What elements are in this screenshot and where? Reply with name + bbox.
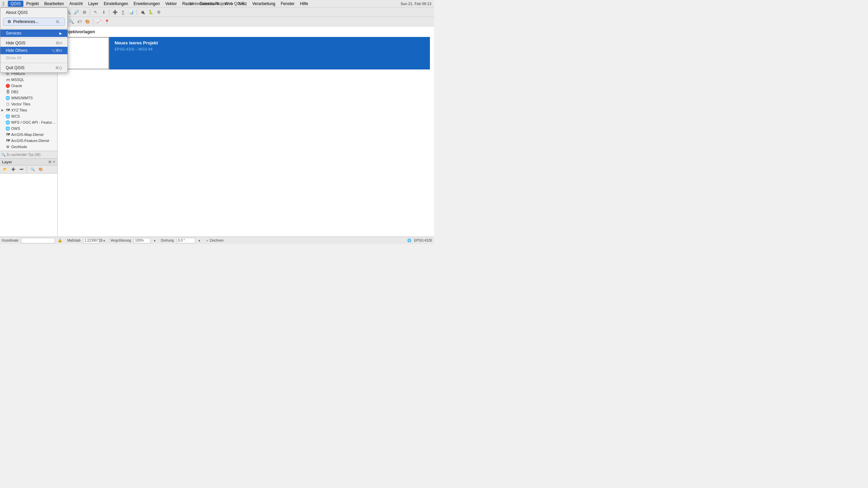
field-calc-button[interactable]: ∑: [119, 8, 127, 16]
label-xyz-tiles: XYZ Tiles: [11, 108, 27, 112]
label-wfs: WFS / OGC API - Features: [11, 120, 56, 124]
scale-up-icon[interactable]: ▲: [103, 239, 105, 242]
diagram-button[interactable]: 📈: [95, 18, 102, 25]
selected-template-info: Neues leeres Projekt EPSG:4326 – WGS 84: [109, 37, 430, 69]
layer-panel-header-icons: ⊠ ✕: [48, 160, 55, 164]
tree-item-ows[interactable]: 🌐 OWS: [0, 125, 57, 131]
layer-collapse-icon[interactable]: ⊠: [48, 160, 51, 164]
menu-show-all[interactable]: Show All: [0, 54, 67, 62]
layer-add-button[interactable]: ➕: [9, 166, 17, 173]
menu-projekt[interactable]: Projekt: [23, 1, 41, 7]
menu-ansicht[interactable]: Ansicht: [67, 1, 85, 7]
magnification-up-icon[interactable]: ▲: [153, 239, 156, 242]
layer-style-button[interactable]: 🎨: [37, 166, 44, 173]
preferences-button[interactable]: ⚙ Preferences... ⌘,: [3, 18, 65, 26]
label-geonode: GeoNode: [11, 145, 27, 149]
magnification-spinbox[interactable]: 100%: [134, 238, 151, 243]
menu-erweiterungen[interactable]: Erweiterungen: [131, 1, 162, 7]
services-label: Services: [6, 31, 21, 36]
plugin-manager-button[interactable]: 🔌: [139, 8, 146, 16]
preferences-label: Preferences...: [13, 19, 39, 24]
scale-label: Maßstab: [67, 239, 80, 242]
icon-wcs: 🌐: [5, 114, 10, 119]
hide-others-label: Hide Others: [6, 48, 27, 53]
tree-item-arcgis-feature[interactable]: 🗺 ArcGIS-Feature-Dienst: [0, 138, 57, 144]
menu-einstellungen[interactable]: Einstellungen: [101, 1, 131, 7]
menu-hilfe[interactable]: Hilfe: [297, 1, 311, 7]
style-button[interactable]: 🎨: [84, 18, 91, 25]
epsg-icon: 🌐: [407, 239, 411, 242]
tree-item-arcgis-map[interactable]: 🗺 ArcGIS-Map-Dienst: [0, 131, 57, 138]
epsg-label[interactable]: EPSG:4326: [414, 239, 432, 242]
zoom-full-button[interactable]: ⊞: [81, 8, 88, 16]
statistics-button[interactable]: 📊: [127, 8, 135, 16]
layer-open-button[interactable]: 📂: [1, 166, 9, 173]
icon-wms: 🌐: [5, 96, 10, 100]
identify-button[interactable]: ℹ: [100, 8, 107, 16]
menu-bar:  QGIS Projekt Bearbeiten Ansicht Layer …: [0, 0, 434, 7]
tree-item-db2[interactable]: 🗄 DB2: [0, 89, 57, 95]
tree-item-oracle[interactable]: 🔴 Oracle: [0, 83, 57, 89]
tree-item-mssql[interactable]: 🗃 MSSQL: [0, 77, 57, 83]
apple-menu-icon[interactable]: : [3, 1, 4, 6]
new-project-info: Neues leeres Projekt EPSG:4326 – WGS 84: [115, 40, 158, 51]
menu-qgis[interactable]: QGIS: [8, 1, 23, 7]
menu-quit-qgis[interactable]: Quit QGIS ⌘Q: [0, 64, 67, 72]
qgis-dropdown-menu: About QGIS ⚙ Preferences... ⌘, Services …: [0, 7, 68, 73]
preferences-shortcut: ⌘,: [56, 20, 60, 24]
find-button[interactable]: 🔍: [67, 18, 75, 25]
layer-close-icon[interactable]: ✕: [53, 160, 55, 164]
processing-button[interactable]: ⚙: [155, 8, 162, 16]
select-button[interactable]: ↖: [92, 8, 99, 16]
zoom-out-button[interactable]: 🔎: [73, 8, 80, 16]
rotation-up-icon[interactable]: ▲: [198, 239, 201, 242]
datetime: Sun 21. Feb 09:13: [400, 2, 431, 6]
show-all-label: Show All: [6, 56, 21, 60]
tree-item-vector-tiles[interactable]: ⬡ Vector Tiles: [0, 101, 57, 107]
preferences-icon: ⚙: [7, 19, 11, 24]
label-vector-tiles: Vector Tiles: [11, 102, 31, 106]
browser-search-input[interactable]: [6, 153, 56, 157]
magnification-value: 100%: [135, 239, 144, 242]
menu-hide-qgis[interactable]: Hide QGIS ⌘H: [0, 39, 67, 47]
window-title: Unbenanntes Projekt — QGIS: [190, 1, 244, 6]
layer-list: [0, 174, 57, 237]
separator-2: [0, 38, 67, 38]
add-layer-button[interactable]: ➕: [111, 8, 119, 16]
layer-remove-button[interactable]: ➖: [18, 166, 25, 173]
menu-verarbeitung[interactable]: Verarbeitung: [250, 1, 278, 7]
tree-item-wcs[interactable]: 🌐 WCS: [0, 113, 57, 119]
menu-about-qgis[interactable]: About QGIS: [0, 9, 67, 16]
label-button[interactable]: 🏷: [76, 18, 83, 25]
tree-item-wms-wmts[interactable]: 🌐 WMS/WMTS: [0, 95, 57, 101]
label-arcgis-map: ArcGIS-Map-Dienst: [11, 133, 43, 137]
menu-services[interactable]: Services ▶: [0, 29, 67, 37]
template-wrapper: Neues leeres Projekt EPSG:4326 – WGS 84: [62, 37, 430, 69]
render-label: ✓ Zeichnen: [206, 239, 224, 242]
lock-icon: 🔒: [58, 238, 62, 243]
about-qgis-label: About QGIS: [6, 10, 28, 15]
preferences-item[interactable]: ⚙ Preferences... ⌘,: [0, 16, 67, 27]
coord-button[interactable]: 📍: [103, 18, 111, 25]
services-chevron: ▶: [59, 32, 62, 35]
coordinate-input[interactable]: [21, 238, 55, 243]
menu-fenster[interactable]: Fenster: [278, 1, 297, 7]
icon-geonode: ⚙: [5, 144, 10, 149]
label-wms: WMS/WMTS: [11, 96, 33, 100]
label-mssql: MSSQL: [11, 78, 24, 82]
canvas-area: Projektvorlagen Neues leeres Projekt EPS…: [58, 26, 434, 237]
tree-item-geonode[interactable]: ⚙ GeoNode: [0, 144, 57, 150]
browser-search-bar: 🔍: [0, 151, 57, 158]
menu-bearbeiten[interactable]: Bearbeiten: [42, 1, 67, 7]
python-button[interactable]: 🐍: [147, 8, 154, 16]
tree-item-wfs-ogc[interactable]: 🌐 WFS / OGC API - Features: [0, 119, 57, 125]
menu-hide-others[interactable]: Hide Others ⌥⌘H: [0, 47, 67, 54]
empty-template-card[interactable]: [62, 37, 109, 69]
rotation-spinbox[interactable]: 0.0 °: [177, 238, 195, 243]
menu-vektor[interactable]: Vektor: [162, 1, 179, 7]
layer-filter-button[interactable]: 🔍: [29, 166, 36, 173]
tree-item-xyz-tiles[interactable]: ▶ 🗺 XYZ Tiles: [0, 107, 57, 113]
scale-spinbox[interactable]: 1:22390718: [83, 238, 100, 243]
separator-3: [0, 63, 67, 63]
menu-layer[interactable]: Layer: [85, 1, 101, 7]
